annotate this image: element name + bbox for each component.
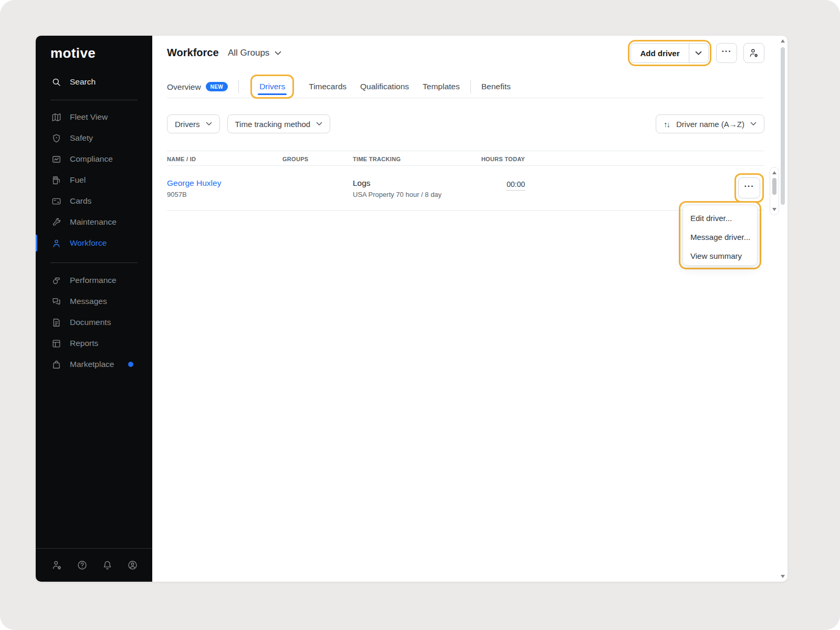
tab-divider (470, 80, 471, 93)
help-icon[interactable] (77, 560, 88, 571)
group-selector[interactable]: All Groups (228, 48, 281, 58)
sidebar-divider (50, 262, 138, 263)
sidebar-item-label: Fuel (70, 175, 86, 185)
motive-logo: motive (50, 45, 96, 61)
tab-qualifications[interactable]: Qualifications (360, 82, 409, 91)
tab-overview[interactable]: OverviewNEW (167, 82, 228, 92)
scrollbar-thumb[interactable] (772, 178, 776, 195)
whistle-icon (51, 276, 61, 286)
sort-dropdown[interactable]: ↑↓ Driver name (A→Z) (656, 114, 764, 133)
bag-icon (51, 360, 61, 370)
person-icon (51, 238, 61, 248)
sidebar-item-label: Marketplace (70, 360, 114, 369)
sidebar-item-maintenance[interactable]: Maintenance (36, 212, 152, 233)
page-scrollbar[interactable] (779, 37, 786, 581)
document-icon (51, 318, 61, 328)
sidebar-item-documents[interactable]: Documents (36, 312, 152, 333)
driver-name-link[interactable]: George Huxley (167, 178, 221, 188)
table-scrollbar[interactable] (770, 167, 779, 215)
sidebar-item-label: Messages (70, 297, 107, 306)
column-header-groups: GROUPS (282, 156, 308, 162)
messages-icon (51, 297, 61, 307)
time-tracking-detail: USA Property 70 hour / 8 day (353, 191, 442, 198)
tab-divider (238, 80, 239, 93)
sidebar-item-safety[interactable]: Safety (36, 128, 152, 149)
card-icon (51, 196, 61, 206)
scroll-down-arrow[interactable] (772, 208, 776, 211)
table-row: George Huxley 9057B Logs USA Property 70… (167, 166, 764, 211)
scrollbar-thumb[interactable] (781, 47, 785, 205)
sidebar-item-messages[interactable]: Messages (36, 291, 152, 312)
menu-item-view-summary[interactable]: View summary (683, 246, 757, 265)
table-header-row: NAME / ID GROUPS TIME TRACKING HOURS TOD… (167, 151, 764, 166)
header-more-options-button[interactable]: ··· (716, 43, 737, 63)
sidebar-item-workforce[interactable]: Workforce (36, 233, 152, 254)
map-icon (51, 112, 61, 122)
scroll-up-arrow[interactable] (781, 39, 785, 43)
driver-name-cell: George Huxley 9057B (167, 178, 221, 198)
filter-bar: Drivers Time tracking method (167, 114, 330, 133)
sidebar-item-label: Safety (70, 133, 93, 143)
driver-settings-button[interactable] (743, 43, 764, 63)
tab-drivers[interactable]: Drivers (259, 82, 285, 91)
chevron-down-icon (275, 51, 281, 56)
sidebar-item-fuel[interactable]: Fuel (36, 170, 152, 191)
sidebar: motive Search Fleet View Safety (36, 36, 152, 582)
time-tracking-filter-dropdown[interactable]: Time tracking method (227, 114, 331, 133)
user-gear-icon (749, 48, 759, 58)
time-tracking-value: Logs (353, 178, 442, 188)
active-tab-underline (258, 93, 287, 95)
hours-today-cell: 00:00 (461, 180, 525, 191)
row-more-options-button[interactable]: ··· (738, 177, 760, 198)
sidebar-item-performance[interactable]: Performance (36, 270, 152, 291)
sort-label: Driver name (A→Z) (676, 120, 744, 129)
sidebar-item-marketplace[interactable]: Marketplace (36, 354, 152, 375)
sidebar-item-fleet-view[interactable]: Fleet View (36, 107, 152, 128)
admin-user-gear-icon[interactable] (51, 560, 62, 571)
drivers-filter-dropdown[interactable]: Drivers (167, 114, 220, 133)
filter-label: Drivers (175, 120, 200, 129)
hours-today-value[interactable]: 00:00 (507, 180, 525, 191)
page-background: motive Search Fleet View Safety (0, 0, 840, 630)
tab-benefits[interactable]: Benefits (481, 82, 511, 91)
sidebar-item-label: Cards (70, 196, 91, 206)
sidebar-item-compliance[interactable]: Compliance (36, 149, 152, 170)
notification-dot (128, 362, 133, 367)
sidebar-search[interactable]: Search (36, 71, 152, 92)
account-icon[interactable] (127, 560, 138, 571)
bell-icon[interactable] (102, 560, 113, 571)
menu-item-message-driver[interactable]: Message driver... (683, 227, 757, 246)
time-tracking-cell: Logs USA Property 70 hour / 8 day (353, 178, 442, 198)
add-driver-highlight-ring: Add driver (628, 40, 711, 66)
column-header-hours-today: HOURS TODAY (461, 156, 525, 162)
filter-label: Time tracking method (235, 120, 311, 129)
search-icon (51, 77, 61, 87)
sidebar-divider (50, 100, 138, 100)
sort-arrows-icon: ↑↓ (664, 120, 669, 129)
sidebar-search-label: Search (70, 77, 96, 87)
context-menu: Edit driver... Message driver... View su… (682, 205, 758, 266)
add-driver-dropdown-button[interactable] (689, 44, 708, 62)
tab-bar: OverviewNEW Drivers Timecards Qualificat… (167, 74, 511, 100)
add-driver-split-button: Add driver (631, 43, 708, 63)
scroll-down-arrow[interactable] (781, 575, 785, 578)
row-more-highlight-ring: ··· (734, 173, 764, 203)
sidebar-item-reports[interactable]: Reports (36, 333, 152, 354)
compliance-icon (51, 154, 61, 164)
page-title: Workforce (167, 47, 219, 59)
sidebar-item-label: Maintenance (70, 217, 117, 227)
drivers-tab-highlight-ring: Drivers (250, 75, 294, 99)
column-header-time-tracking: TIME TRACKING (353, 156, 401, 162)
active-indicator (36, 235, 37, 251)
tab-timecards[interactable]: Timecards (309, 82, 346, 91)
sidebar-nav-primary: Fleet View Safety Compliance Fuel Cards (36, 107, 152, 254)
tab-templates[interactable]: Templates (423, 82, 460, 91)
shield-icon (51, 133, 61, 143)
menu-item-edit-driver[interactable]: Edit driver... (683, 208, 757, 227)
sidebar-item-cards[interactable]: Cards (36, 191, 152, 212)
reports-icon (51, 339, 61, 349)
chevron-down-icon (206, 122, 212, 126)
new-badge: NEW (206, 82, 228, 91)
add-driver-button[interactable]: Add driver (631, 44, 688, 62)
scroll-up-arrow[interactable] (772, 171, 776, 174)
